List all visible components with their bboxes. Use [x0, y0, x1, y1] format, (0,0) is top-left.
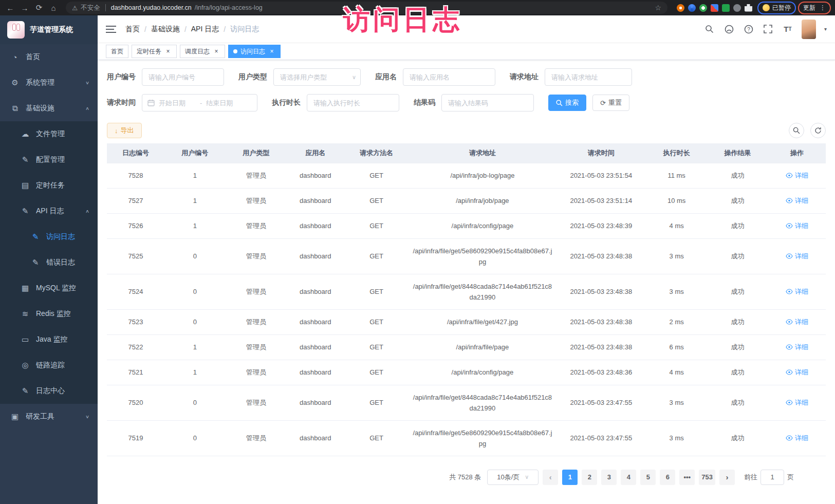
bookmark-star-icon[interactable]: ☆: [655, 4, 661, 12]
toggle-search-button[interactable]: [789, 123, 804, 138]
extension-icon[interactable]: [722, 4, 730, 12]
page-size-select[interactable]: 10条/页 ∨: [487, 470, 539, 485]
breadcrumb-item[interactable]: 基础设施: [151, 25, 180, 34]
cell-request-url: /api/infra/file/get/5e8609290e915c4fa8b0…: [409, 420, 556, 456]
help-icon[interactable]: ?: [743, 24, 754, 35]
sidebar-menu-item[interactable]: ◔ 首页: [0, 44, 98, 70]
font-size-icon[interactable]: TT: [782, 24, 793, 35]
tab-label: 访问日志: [240, 47, 265, 56]
cell-app-name: dashboard: [287, 163, 344, 188]
sidebar-menu-item[interactable]: ✎ 配置管理: [0, 147, 98, 173]
extension-icon[interactable]: [677, 4, 684, 12]
user-menu-caret-icon[interactable]: ▾: [824, 26, 827, 32]
view-tab[interactable]: 定时任务 ×: [132, 45, 177, 58]
sidebar-menu-item[interactable]: ▤ 定时任务: [0, 173, 98, 198]
refresh-table-button[interactable]: [810, 123, 826, 138]
export-button[interactable]: ↓ 导出: [107, 123, 142, 138]
detail-link[interactable]: 详细: [786, 170, 808, 181]
browser-update-button[interactable]: 更新 ⋮: [798, 2, 831, 14]
extension-icon[interactable]: [699, 4, 707, 12]
extensions-puzzle-icon[interactable]: [745, 4, 752, 12]
view-tab[interactable]: 首页: [106, 45, 128, 58]
breadcrumb-item[interactable]: API 日志: [191, 25, 219, 34]
result-code-input[interactable]: [441, 94, 534, 111]
reset-button[interactable]: ⟳ 重置: [592, 95, 629, 111]
cell-request-time: 2021-05-03 23:48:39: [556, 213, 646, 238]
search-icon[interactable]: [704, 24, 715, 35]
view-tab[interactable]: 调度日志 ×: [180, 45, 225, 58]
start-date-input[interactable]: [159, 99, 196, 107]
detail-link[interactable]: 详细: [786, 195, 808, 206]
page-number-button[interactable]: 6: [660, 470, 675, 485]
breadcrumb-item[interactable]: 首页: [125, 25, 140, 34]
page-number-button[interactable]: 1: [562, 470, 578, 485]
menu-item-label: Redis 监控: [36, 309, 89, 319]
cell-duration: 3 ms: [646, 274, 707, 309]
page-number-button[interactable]: 4: [621, 470, 636, 485]
browser-home-button[interactable]: ⌂: [47, 2, 60, 14]
detail-link[interactable]: 详细: [786, 316, 808, 327]
breadcrumb-item[interactable]: 访问日志: [230, 25, 259, 34]
tab-close-icon[interactable]: ×: [164, 48, 172, 55]
fullscreen-icon[interactable]: [763, 24, 774, 35]
address-bar[interactable]: ⚠ 不安全 dashboard.yudao.iocoder.cn/infra/l…: [66, 2, 667, 14]
hamburger-menu-icon[interactable]: [106, 26, 116, 33]
sidebar-menu-item[interactable]: ✎ 错误日志: [0, 250, 98, 275]
date-range-picker[interactable]: -: [142, 94, 257, 111]
detail-link[interactable]: 详细: [786, 367, 808, 378]
browser-back-button[interactable]: ←: [4, 2, 16, 14]
detail-link[interactable]: 详细: [786, 397, 808, 408]
app-logo[interactable]: 芋道管理系统: [0, 15, 98, 44]
sidebar-menu-item[interactable]: ☁ 文件管理: [0, 121, 98, 147]
duration-input[interactable]: [307, 94, 399, 111]
prev-page-button[interactable]: ‹: [543, 470, 558, 485]
extension-icon[interactable]: [711, 4, 718, 12]
tab-close-icon[interactable]: ×: [213, 48, 220, 55]
detail-link[interactable]: 详细: [786, 286, 808, 297]
sidebar-menu-item[interactable]: ▭ Java 监控: [0, 327, 98, 352]
menu-item-icon: ▤: [21, 181, 30, 190]
detail-link[interactable]: 详细: [786, 433, 808, 443]
app-name-input[interactable]: [403, 68, 495, 86]
page-number-button[interactable]: 3: [601, 470, 617, 485]
detail-link[interactable]: 详细: [786, 220, 808, 231]
logo-rabbit-icon: [7, 21, 25, 39]
user-id-input[interactable]: [142, 68, 224, 86]
sidebar-menu-item[interactable]: ✎ API 日志 ∧: [0, 198, 98, 224]
end-date-input[interactable]: [206, 99, 243, 107]
tab-close-icon[interactable]: ×: [268, 48, 275, 55]
menu-item-icon: ≋: [21, 309, 30, 319]
browser-reload-button[interactable]: ⟳: [33, 2, 45, 14]
github-icon[interactable]: [723, 24, 735, 35]
search-button[interactable]: 搜索: [548, 95, 586, 111]
browser-menu-kebab-icon[interactable]: ⋮: [818, 4, 826, 11]
sidebar-menu-item[interactable]: ✎ 访问日志: [0, 224, 98, 250]
page-number-button[interactable]: •••: [679, 470, 695, 485]
user-type-select[interactable]: [273, 68, 361, 86]
cell-duration: 4 ms: [646, 360, 707, 385]
sidebar-menu-item[interactable]: ⧉ 基础设施 ∧: [0, 96, 98, 121]
sidebar-menu-item[interactable]: ◎ 链路追踪: [0, 352, 98, 378]
page-number-button[interactable]: 5: [640, 470, 656, 485]
browser-forward-button[interactable]: →: [18, 2, 31, 14]
next-page-button[interactable]: ›: [719, 470, 735, 485]
sidebar-menu-item[interactable]: ⚙ 系统管理 ∨: [0, 70, 98, 96]
page-number-button[interactable]: 2: [582, 470, 597, 485]
detail-link[interactable]: 详细: [786, 251, 808, 262]
user-avatar[interactable]: [802, 20, 816, 39]
detail-link[interactable]: 详细: [786, 342, 808, 352]
cell-user-type: 管理员: [226, 274, 287, 309]
cell-log-id: 7526: [107, 213, 164, 238]
goto-page-input[interactable]: [760, 470, 784, 485]
sidebar-menu-item[interactable]: ▣ 研发工具 ∨: [0, 404, 98, 430]
sidebar-menu-item[interactable]: ≋ Redis 监控: [0, 301, 98, 327]
cell-result: 成功: [707, 309, 768, 334]
extension-icon[interactable]: [733, 4, 741, 12]
sidebar-menu-item[interactable]: ▦ MySQL 监控: [0, 275, 98, 301]
page-number-button[interactable]: 753: [699, 470, 715, 485]
request-url-input[interactable]: [545, 68, 632, 86]
extension-icon[interactable]: [688, 4, 696, 12]
view-tab[interactable]: 访问日志 ×: [228, 45, 281, 58]
profile-paused-chip[interactable]: 已暂停: [757, 2, 796, 14]
sidebar-menu-item[interactable]: ✎ 日志中心: [0, 378, 98, 404]
